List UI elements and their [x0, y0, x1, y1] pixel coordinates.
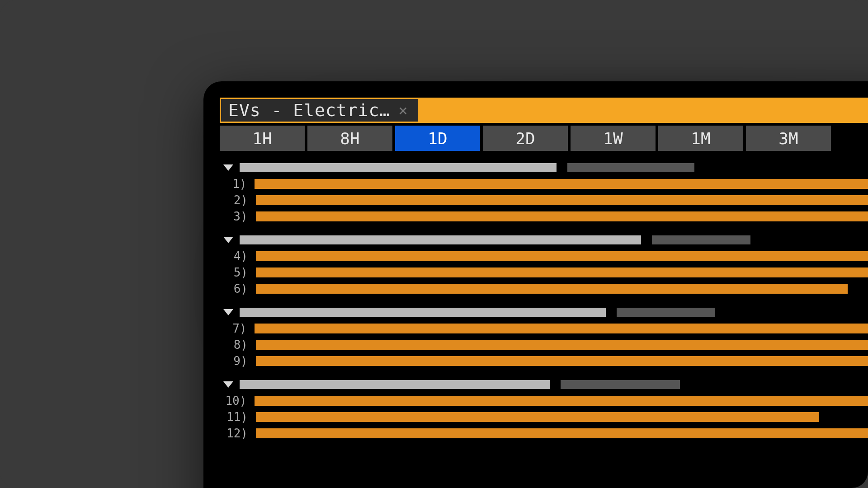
group-header[interactable] — [222, 163, 868, 173]
row-number: 2) — [222, 193, 248, 207]
group-header[interactable] — [222, 235, 868, 245]
results-list: 1)2)3)4)5)6)7)8)9)10)11)12) — [220, 163, 868, 440]
row-number: 4) — [222, 249, 248, 263]
list-item[interactable]: 7) — [222, 322, 868, 335]
list-item[interactable]: 8) — [222, 338, 868, 352]
result-group: 4)5)6) — [222, 235, 868, 296]
row-number: 7) — [222, 322, 246, 335]
title-bar: EVs - Electric… × — [220, 98, 868, 123]
range-1m[interactable]: 1M — [658, 126, 743, 151]
close-icon[interactable]: × — [398, 103, 407, 118]
row-number: 10) — [222, 394, 246, 408]
row-bar — [256, 356, 868, 366]
tab-label: EVs - Electric… — [228, 100, 390, 120]
list-item[interactable]: 11) — [222, 410, 868, 424]
list-item[interactable]: 4) — [222, 249, 868, 263]
range-2d[interactable]: 2D — [483, 126, 568, 151]
row-bar — [256, 267, 868, 277]
row-number: 11) — [222, 410, 248, 424]
chevron-down-icon — [223, 381, 233, 388]
row-bar — [255, 179, 868, 189]
row-bar — [255, 324, 868, 333]
row-number: 1) — [222, 177, 246, 191]
row-bar — [256, 211, 868, 221]
result-group: 1)2)3) — [222, 163, 868, 223]
chevron-down-icon — [223, 237, 233, 243]
chevron-down-icon — [223, 164, 233, 171]
range-3m[interactable]: 3M — [746, 126, 831, 151]
header-bar-primary — [240, 380, 550, 389]
row-bar — [256, 412, 819, 422]
list-item[interactable]: 9) — [222, 354, 868, 368]
terminal-window: EVs - Electric… × 1H8H1D2D1W1M3M 1)2)3)4… — [203, 81, 868, 488]
row-bar — [256, 195, 868, 205]
header-bar-secondary — [561, 380, 680, 389]
tab-evs[interactable]: EVs - Electric… × — [220, 98, 419, 123]
row-bar — [255, 396, 868, 406]
row-bar — [256, 284, 848, 294]
list-item[interactable]: 10) — [222, 394, 868, 408]
header-bar-secondary — [652, 235, 750, 244]
group-header[interactable] — [222, 307, 868, 317]
row-number: 12) — [222, 427, 248, 440]
list-item[interactable]: 5) — [222, 266, 868, 279]
header-bar-secondary — [617, 308, 715, 317]
result-group: 7)8)9) — [222, 307, 868, 368]
row-number: 6) — [222, 282, 248, 296]
range-1d[interactable]: 1D — [395, 126, 480, 151]
range-1w[interactable]: 1W — [571, 126, 656, 151]
header-bar-secondary — [567, 163, 694, 172]
range-8h[interactable]: 8H — [307, 126, 392, 151]
row-number: 5) — [222, 266, 248, 279]
list-item[interactable]: 1) — [222, 177, 868, 191]
list-item[interactable]: 6) — [222, 282, 868, 296]
group-header[interactable] — [222, 380, 868, 389]
row-bar — [256, 251, 868, 261]
result-group: 10)11)12) — [222, 380, 868, 440]
row-bar — [256, 340, 868, 350]
list-item[interactable]: 3) — [222, 210, 868, 223]
header-bar-primary — [240, 163, 557, 172]
range-1h[interactable]: 1H — [220, 126, 305, 151]
list-item[interactable]: 12) — [222, 427, 868, 440]
header-bar-primary — [240, 308, 606, 317]
row-number: 8) — [222, 338, 248, 352]
range-selector: 1H8H1D2D1W1M3M — [220, 126, 868, 151]
stage: EVs - Electric… × 1H8H1D2D1W1M3M 1)2)3)4… — [0, 0, 868, 488]
row-number: 9) — [222, 354, 248, 368]
row-bar — [256, 428, 868, 438]
row-number: 3) — [222, 210, 248, 223]
header-bar-primary — [240, 235, 641, 244]
chevron-down-icon — [223, 309, 233, 315]
list-item[interactable]: 2) — [222, 193, 868, 207]
